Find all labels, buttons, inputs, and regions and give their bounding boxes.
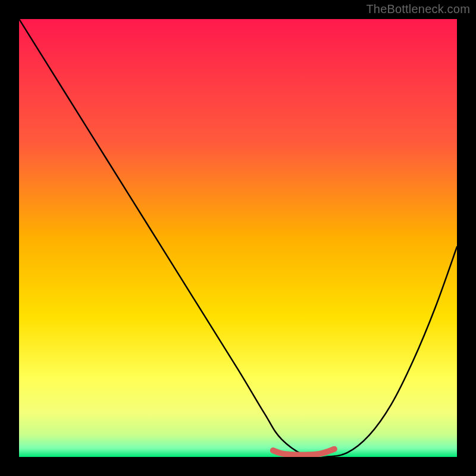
chart-frame: TheBottleneck.com [0,0,476,476]
gradient-background [19,19,457,457]
watermark-label: TheBottleneck.com [366,2,470,16]
chart-svg [19,19,457,457]
plot-area [19,19,457,457]
